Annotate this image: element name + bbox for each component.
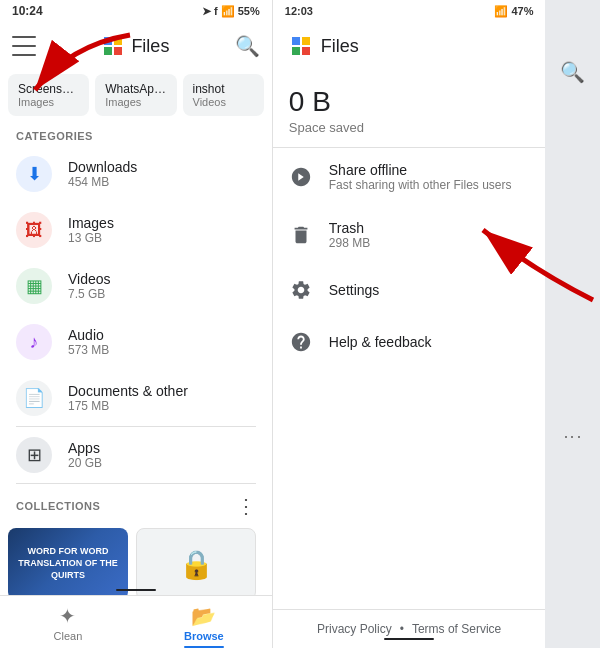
space-amount-value: 0 B — [289, 86, 530, 118]
files-logo-icon — [101, 34, 125, 58]
more-options-icon-third-panel[interactable]: ⋮ — [562, 428, 584, 448]
battery-right: 47% — [511, 5, 533, 17]
category-images[interactable]: 🖼 Images 13 GB — [0, 202, 272, 258]
browse-label: Browse — [184, 630, 224, 642]
search-button-left[interactable]: 🔍 — [235, 34, 260, 58]
audio-name: Audio — [68, 327, 256, 343]
svg-rect-0 — [104, 37, 112, 45]
collections-header: COLLECTIONS ⋮ — [0, 484, 272, 524]
signal-icon-right: 📶 — [494, 5, 508, 18]
trash-title: Trash — [329, 220, 530, 236]
svg-rect-5 — [292, 37, 300, 45]
recent-item-type-1: Images — [105, 96, 166, 108]
nav-browse-button[interactable]: 📂 Browse — [136, 596, 272, 648]
recent-item-type-2: Videos — [193, 96, 254, 108]
settings-icon — [289, 278, 313, 302]
favorites-text: WORD FOR WORD TRANSLATION OF THE QUIRTS — [8, 542, 128, 585]
images-name: Images — [68, 215, 256, 231]
share-offline-title: Share offline — [329, 162, 530, 178]
bottom-nav-left: ✦ Clean 📂 Browse — [0, 595, 272, 648]
right-panel: 12:03 📶 47% Files 0 B Space saved — [273, 0, 546, 648]
top-bar-left: Files 🔍 — [0, 22, 272, 70]
scroll-indicator-left — [116, 589, 156, 591]
browse-icon: 📂 — [191, 604, 216, 628]
battery-left: 55% — [238, 5, 260, 17]
collections-more-button[interactable]: ⋮ — [236, 494, 256, 518]
recent-item-type-0: Images — [18, 96, 79, 108]
menu-item-share-offline[interactable]: Share offline Fast sharing with other Fi… — [273, 148, 546, 206]
time-right: 12:03 — [285, 5, 313, 17]
downloads-name: Downloads — [68, 159, 256, 175]
privacy-policy-link[interactable]: Privacy Policy — [317, 622, 392, 636]
space-saved-label: Space saved — [289, 120, 530, 135]
images-size: 13 GB — [68, 231, 256, 245]
downloads-icon: ⬇ — [16, 156, 52, 192]
help-icon — [289, 330, 313, 354]
trash-icon — [289, 223, 313, 247]
recent-item-name-0: Screenshots — [18, 82, 79, 96]
time-left: 10:24 — [12, 4, 43, 18]
share-offline-subtitle: Fast sharing with other Files users — [329, 178, 530, 192]
categories-section-label: CATEGORIES — [0, 120, 272, 146]
right-top-bar: Files — [273, 22, 546, 70]
svg-rect-2 — [104, 47, 112, 55]
app-title-left: Files — [131, 36, 169, 57]
documents-icon: 📄 — [16, 380, 52, 416]
category-apps[interactable]: ⊞ Apps 20 GB — [0, 427, 272, 483]
category-videos[interactable]: ▦ Videos 7.5 GB — [0, 258, 272, 314]
recent-item-screenshots[interactable]: Screenshots Images — [8, 74, 89, 116]
trash-content: Trash 298 MB — [329, 220, 530, 250]
nav-clean-button[interactable]: ✦ Clean — [0, 596, 136, 648]
videos-info: Videos 7.5 GB — [68, 271, 256, 301]
category-downloads[interactable]: ⬇ Downloads 454 MB — [0, 146, 272, 202]
category-audio[interactable]: ♪ Audio 573 MB — [0, 314, 272, 370]
hamburger-menu-button[interactable] — [12, 36, 36, 56]
search-icon-third-panel[interactable]: 🔍 — [560, 60, 585, 84]
category-documents[interactable]: 📄 Documents & other 175 MB — [0, 370, 272, 426]
third-panel: 🔍 ⋮ — [545, 0, 600, 648]
scroll-indicator-right — [384, 638, 434, 640]
recent-items-row: Screenshots Images WhatsApp Imag... Imag… — [0, 70, 272, 120]
audio-icon: ♪ — [16, 324, 52, 360]
downloads-info: Downloads 454 MB — [68, 159, 256, 189]
navigation-icon: ➤ — [202, 5, 211, 18]
left-panel: 10:24 ➤ f 📶 55% Files 🔍 Screenshots Imag — [0, 0, 273, 648]
collection-favorites[interactable]: WORD FOR WORD TRANSLATION OF THE QUIRTS — [8, 528, 128, 600]
menu-item-trash[interactable]: Trash 298 MB — [273, 206, 546, 264]
space-saved-section: 0 B Space saved — [273, 70, 546, 148]
svg-rect-1 — [114, 37, 122, 45]
svg-rect-7 — [292, 47, 300, 55]
help-content: Help & feedback — [329, 334, 530, 350]
clean-icon: ✦ — [59, 604, 76, 628]
right-app-title-container: Files — [289, 34, 359, 58]
settings-content: Settings — [329, 282, 530, 298]
share-offline-content: Share offline Fast sharing with other Fi… — [329, 162, 530, 192]
apps-icon: ⊞ — [16, 437, 52, 473]
files-logo-right-icon — [289, 34, 313, 58]
help-title: Help & feedback — [329, 334, 530, 350]
apps-info: Apps 20 GB — [68, 440, 256, 470]
right-footer: Privacy Policy • Terms of Service — [273, 609, 546, 648]
settings-title: Settings — [329, 282, 530, 298]
audio-size: 573 MB — [68, 343, 256, 357]
share-offline-icon — [289, 165, 313, 189]
collections-row: WORD FOR WORD TRANSLATION OF THE QUIRTS … — [0, 524, 272, 604]
documents-size: 175 MB — [68, 399, 256, 413]
terms-of-service-link[interactable]: Terms of Service — [412, 622, 501, 636]
app-title-container: Files — [101, 34, 169, 58]
status-bar-right: 12:03 📶 47% — [273, 0, 546, 22]
audio-info: Audio 573 MB — [68, 327, 256, 357]
downloads-size: 454 MB — [68, 175, 256, 189]
recent-item-whatsapp[interactable]: WhatsApp Imag... Images — [95, 74, 176, 116]
menu-item-help[interactable]: Help & feedback — [273, 316, 546, 368]
svg-rect-8 — [302, 47, 310, 55]
documents-info: Documents & other 175 MB — [68, 383, 256, 413]
svg-rect-6 — [302, 37, 310, 45]
collections-section-label: COLLECTIONS — [16, 500, 100, 512]
videos-size: 7.5 GB — [68, 287, 256, 301]
recent-item-inshot[interactable]: inshot Videos — [183, 74, 264, 116]
recent-item-name-1: WhatsApp Imag... — [105, 82, 166, 96]
menu-item-settings[interactable]: Settings — [273, 264, 546, 316]
safe-folder-lock-icon: 🔒 — [179, 548, 214, 581]
app-title-right: Files — [321, 36, 359, 57]
